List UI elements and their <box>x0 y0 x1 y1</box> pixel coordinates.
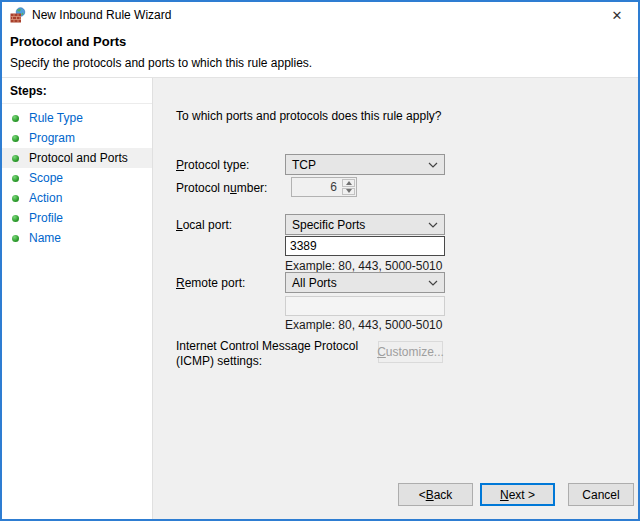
icmp-label-line2: (ICMP) settings: <box>176 354 358 369</box>
wizard-content: To which ports and protocols does this r… <box>153 78 638 519</box>
chevron-down-icon <box>428 222 438 228</box>
step-bullet-icon <box>12 215 19 222</box>
step-label: Profile <box>29 211 63 225</box>
sidebar-step-profile[interactable]: Profile <box>2 208 152 228</box>
sidebar-step-name[interactable]: Name <box>2 228 152 248</box>
protocol-number-label: Protocol number: <box>176 181 267 195</box>
remote-port-example: Example: 80, 443, 5000-5010 <box>285 318 442 332</box>
chevron-down-icon <box>428 162 438 168</box>
cancel-button[interactable]: Cancel <box>568 483 634 506</box>
remote-port-label: Remote port: <box>176 276 245 290</box>
step-label: Scope <box>29 171 63 185</box>
protocol-number-stepper: 6 <box>291 177 357 197</box>
step-label: Rule Type <box>29 111 83 125</box>
local-port-combobox[interactable]: Specific Ports <box>285 214 445 235</box>
steps-heading: Steps: <box>2 78 152 104</box>
protocol-number-value: 6 <box>292 178 341 196</box>
close-icon[interactable]: ✕ <box>608 6 626 24</box>
remote-port-combobox[interactable]: All Ports <box>285 272 445 293</box>
step-bullet-icon <box>12 115 19 122</box>
icmp-settings-label: Internet Control Message Protocol (ICMP)… <box>176 339 358 369</box>
step-label: Protocol and Ports <box>29 151 128 165</box>
wizard-header: Protocol and Ports Specify the protocols… <box>2 28 638 78</box>
chevron-down-icon <box>428 280 438 286</box>
local-port-example: Example: 80, 443, 5000-5010 <box>285 259 442 273</box>
step-bullet-icon <box>12 155 19 162</box>
firewall-icon <box>10 7 26 23</box>
protocol-type-label: Protocol type: <box>176 158 249 172</box>
local-port-label: Local port: <box>176 218 232 232</box>
sidebar-step-action[interactable]: Action <box>2 188 152 208</box>
step-bullet-icon <box>12 235 19 242</box>
protocol-type-value: TCP <box>292 158 316 172</box>
title-bar[interactable]: New Inbound Rule Wizard ✕ <box>2 2 638 28</box>
step-label: Program <box>29 131 75 145</box>
question-text: To which ports and protocols does this r… <box>176 109 441 123</box>
sidebar-step-rule-type[interactable]: Rule Type <box>2 108 152 128</box>
wizard-window: New Inbound Rule Wizard ✕ Protocol and P… <box>0 0 640 521</box>
page-subtitle: Specify the protocols and ports to which… <box>10 56 630 70</box>
local-ports-input[interactable] <box>285 236 445 256</box>
next-button[interactable]: Next > <box>480 483 555 506</box>
page-title: Protocol and Ports <box>10 34 630 49</box>
back-button[interactable]: < Back <box>398 483 473 506</box>
stepper-down-icon <box>342 188 355 196</box>
sidebar-step-protocol-and-ports[interactable]: Protocol and Ports <box>2 148 152 168</box>
stepper-up-icon <box>342 179 355 187</box>
icmp-label-line1: Internet Control Message Protocol <box>176 339 358 354</box>
remote-ports-input <box>285 296 445 316</box>
customize-button: Customize... <box>378 341 443 363</box>
steps-sidebar: Steps: Rule Type Program Protocol and Po… <box>2 78 153 519</box>
step-bullet-icon <box>12 175 19 182</box>
remote-port-value: All Ports <box>292 276 337 290</box>
protocol-type-combobox[interactable]: TCP <box>285 154 445 175</box>
local-port-value: Specific Ports <box>292 218 365 232</box>
step-label: Action <box>29 191 62 205</box>
step-bullet-icon <box>12 135 19 142</box>
steps-list: Rule Type Program Protocol and Ports Sco… <box>2 108 152 248</box>
sidebar-step-scope[interactable]: Scope <box>2 168 152 188</box>
step-bullet-icon <box>12 195 19 202</box>
window-title: New Inbound Rule Wizard <box>32 8 171 22</box>
step-label: Name <box>29 231 61 245</box>
sidebar-step-program[interactable]: Program <box>2 128 152 148</box>
